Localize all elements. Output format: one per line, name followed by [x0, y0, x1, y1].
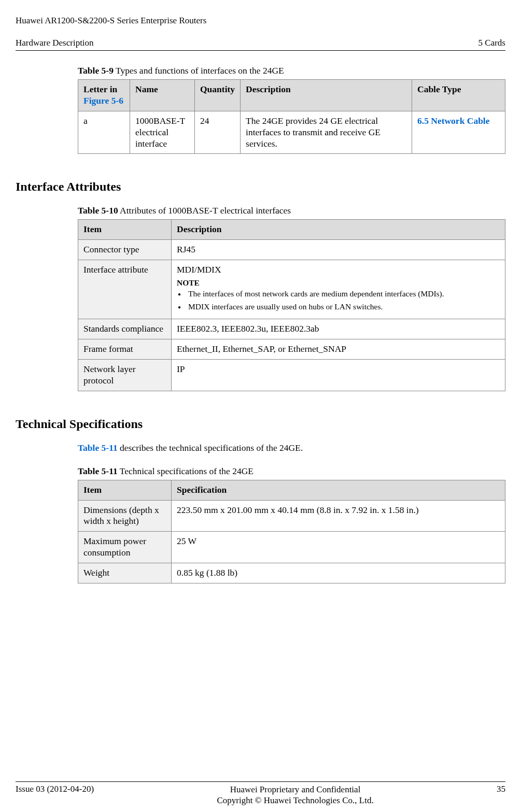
cell-item-power: Maximum power consumption — [78, 532, 172, 563]
table-row: Weight 0.85 kg (1.88 lb) — [78, 563, 505, 583]
th-letter-a: Letter in — [83, 84, 117, 94]
cell-item-weight: Weight — [78, 563, 172, 583]
heading-interface-attributes: Interface Attributes — [16, 180, 505, 194]
table-row: Frame format Ethernet_II, Ethernet_SAP, … — [78, 339, 505, 360]
table-row: Interface attribute MDI/MDIX NOTE The in… — [78, 260, 505, 319]
table-5-10-label: Table 5-10 — [78, 205, 118, 216]
note-label: NOTE — [177, 278, 500, 288]
table-row: Connector type RJ45 — [78, 240, 505, 260]
cell-quantity: 24 — [195, 111, 241, 154]
cell-item-attr: Interface attribute — [78, 260, 172, 319]
footer-page-number: 35 — [497, 784, 505, 794]
tech-spec-intro-text: describes the technical specifications o… — [118, 443, 303, 453]
header-product-line2: Hardware Description — [16, 38, 94, 48]
cell-description: The 24GE provides 24 GE electrical inter… — [241, 111, 412, 154]
cell-spec-dimensions: 223.50 mm x 201.00 mm x 40.14 mm (8.8 in… — [172, 500, 505, 532]
table-row: Maximum power consumption 25 W — [78, 532, 505, 563]
th-letter: Letter in Figure 5-6 — [78, 80, 130, 111]
cell-item-dimensions: Dimensions (depth x width x height) — [78, 500, 172, 532]
cell-desc-protocol: IP — [172, 359, 505, 391]
th-description: Description — [172, 220, 505, 240]
cell-desc-connector: RJ45 — [172, 240, 505, 260]
cell-item-frame: Frame format — [78, 339, 172, 360]
table-5-10-caption: Table 5-10 Attributes of 1000BASE-T elec… — [78, 205, 505, 216]
table-5-9-label: Table 5-9 — [78, 65, 114, 76]
table-5-11-text: Technical specifications of the 24GE — [118, 466, 254, 476]
th-item: Item — [78, 220, 172, 240]
footer-proprietary: Huawei Proprietary and Confidential — [230, 785, 361, 794]
section-interface-attributes: Interface Attributes — [16, 180, 505, 194]
list-item: The interfaces of most network cards are… — [186, 289, 500, 300]
table-5-9-caption: Table 5-9 Types and functions of interfa… — [78, 65, 505, 76]
cell-name: 1000BASE-T electrical interface — [130, 111, 195, 154]
table-row: Item Specification — [78, 480, 505, 500]
figure-5-6-link[interactable]: Figure 5-6 — [83, 95, 123, 106]
page-footer: Issue 03 (2012-04-20) Huawei Proprietary… — [16, 781, 505, 806]
th-name: Name — [130, 80, 195, 111]
table-5-11-caption: Table 5-11 Technical specifications of t… — [78, 466, 505, 477]
cell-desc-standards: IEEE802.3, IEEE802.3u, IEEE802.3ab — [172, 319, 505, 339]
table-5-10-text: Attributes of 1000BASE-T electrical inte… — [118, 205, 291, 216]
heading-technical-specifications: Technical Specifications — [16, 417, 505, 431]
table-row: Item Description — [78, 220, 505, 240]
attr-value: MDI/MDIX — [177, 264, 221, 275]
th-quantity: Quantity — [195, 80, 241, 111]
table-5-11-link[interactable]: Table 5-11 — [78, 443, 118, 453]
table-5-11-label: Table 5-11 — [78, 466, 118, 476]
cell-item-connector: Connector type — [78, 240, 172, 260]
footer-center: Huawei Proprietary and Confidential Copy… — [94, 784, 497, 806]
cell-desc-frame: Ethernet_II, Ethernet_SAP, or Ethernet_S… — [172, 339, 505, 360]
table-row: a 1000BASE-T electrical interface 24 The… — [78, 111, 505, 154]
list-item: MDIX interfaces are usually used on hubs… — [186, 302, 500, 312]
table-row: Letter in Figure 5-6 Name Quantity Descr… — [78, 80, 505, 111]
cell-desc-attr: MDI/MDIX NOTE The interfaces of most net… — [172, 260, 505, 319]
header-product: Huawei AR1200-S&2200-S Series Enterprise… — [16, 4, 206, 48]
header-product-line1: Huawei AR1200-S&2200-S Series Enterprise… — [16, 16, 206, 25]
footer-issue: Issue 03 (2012-04-20) — [16, 784, 94, 794]
table-row: Standards compliance IEEE802.3, IEEE802.… — [78, 319, 505, 339]
cell-spec-weight: 0.85 kg (1.88 lb) — [172, 563, 505, 583]
tech-spec-intro: Table 5-11 describes the technical speci… — [78, 443, 505, 453]
cell-spec-power: 25 W — [172, 532, 505, 563]
cell-letter: a — [78, 111, 130, 154]
note-list: The interfaces of most network cards are… — [177, 289, 500, 312]
table-5-9-text: Types and functions of interfaces on the… — [114, 65, 284, 76]
network-cable-link[interactable]: 6.5 Network Cable — [417, 116, 490, 126]
table-row: Network layer protocol IP — [78, 359, 505, 391]
th-item: Item — [78, 480, 172, 500]
page-content: Table 5-9 Types and functions of interfa… — [16, 51, 505, 583]
th-cable-type: Cable Type — [412, 80, 505, 111]
cell-cable-type: 6.5 Network Cable — [412, 111, 505, 154]
table-5-9: Letter in Figure 5-6 Name Quantity Descr… — [78, 79, 505, 154]
cell-item-standards: Standards compliance — [78, 319, 172, 339]
table-5-11: Item Specification Dimensions (depth x w… — [78, 480, 505, 583]
header-chapter: 5 Cards — [478, 38, 505, 48]
section-technical-specifications: Technical Specifications — [16, 417, 505, 431]
table-5-10: Item Description Connector type RJ45 Int… — [78, 219, 505, 391]
th-description: Description — [241, 80, 412, 111]
cell-item-protocol: Network layer protocol — [78, 359, 172, 391]
table-row: Dimensions (depth x width x height) 223.… — [78, 500, 505, 532]
footer-copyright: Copyright © Huawei Technologies Co., Ltd… — [217, 795, 373, 805]
th-specification: Specification — [172, 480, 505, 500]
page-header: Huawei AR1200-S&2200-S Series Enterprise… — [16, 0, 505, 51]
